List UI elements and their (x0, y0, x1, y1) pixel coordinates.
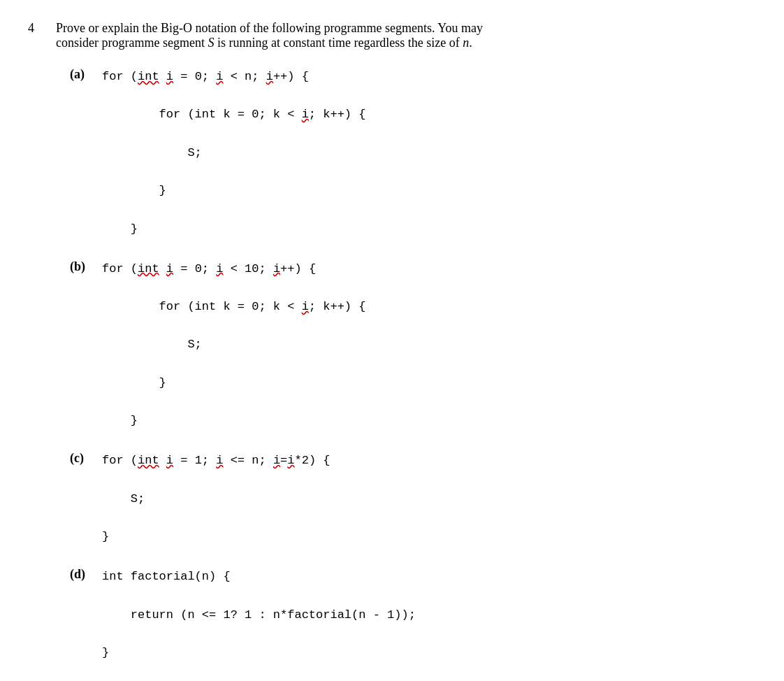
parts-container: (a) for (int i = 0; i < n; i++) { for (i… (70, 67, 756, 681)
part-b-code: for (int i = 0; i < 10; i++) { for (int … (102, 259, 365, 431)
part-c-code: for (int i = 1; i <= n; i=i*2) { S; } (102, 451, 331, 546)
part-c-label: (c) (70, 451, 91, 466)
part-a: (a) for (int i = 0; i < n; i++) { for (i… (70, 67, 756, 238)
part-d-label: (d) (70, 567, 91, 582)
part-a-code: for (int i = 0; i < n; i++) { for (int k… (102, 67, 365, 238)
part-d-code: int factorial(n) { return (n <= 1? 1 : n… (102, 567, 416, 662)
question-text-line1: Prove or explain the Big-O notation of t… (56, 21, 483, 36)
part-b-label: (b) (70, 259, 91, 274)
part-c: (c) for (int i = 1; i <= n; i=i*2) { S; … (70, 451, 756, 546)
question-header: 4 Prove or explain the Big-O notation of… (28, 21, 756, 50)
part-d: (d) int factorial(n) { return (n <= 1? 1… (70, 567, 756, 662)
question-text: Prove or explain the Big-O notation of t… (56, 21, 483, 50)
page-container: 4 Prove or explain the Big-O notation of… (28, 21, 756, 681)
part-a-label: (a) (70, 67, 91, 82)
part-b: (b) for (int i = 0; i < 10; i++) { for (… (70, 259, 756, 431)
question-number: 4 (28, 21, 42, 50)
question-text-line2: consider programme segment S is running … (56, 36, 483, 50)
